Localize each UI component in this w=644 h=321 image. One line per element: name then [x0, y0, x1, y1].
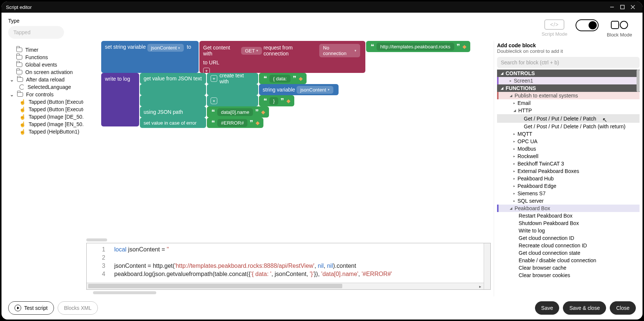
palette-item[interactable]: ▸MQTT [497, 130, 640, 138]
block-text-literal[interactable]: ❝ #ERROR# ❞ ◆ [207, 118, 263, 128]
tree-item[interactable]: ☝Tapped (Image [DE_50.p [16, 113, 83, 121]
palette-item[interactable]: ▸Peakboard Hub [497, 175, 640, 182]
hand-icon: ☝ [19, 129, 26, 134]
tree-item[interactable]: ☝Tapped (Button [Execute [16, 98, 83, 106]
block-string-variable[interactable]: string variable jsonContent▾ [259, 84, 339, 95]
text-input[interactable]: data[0].name [217, 108, 253, 116]
palette-item[interactable]: ▸OPC UA [497, 138, 640, 145]
save-close-button[interactable]: Save & close [563, 301, 606, 315]
tree-item[interactable]: ☝Tapped (Image [EN_50.p [16, 121, 83, 128]
palette-item-peakboard-box[interactable]: ◢Peakboard Box [497, 205, 640, 212]
folder-icon [16, 55, 22, 60]
tree-item[interactable]: ☝Tapped (Button [Execute [16, 106, 83, 113]
close-button[interactable]: Close [610, 301, 636, 315]
text-input[interactable]: { data: [269, 75, 291, 83]
palette-scrollbar[interactable] [637, 70, 640, 92]
block-mode-button[interactable]: Block Mode [607, 19, 632, 38]
block-json-path-label[interactable]: using JSON path [140, 106, 206, 118]
scrollbar-horizontal[interactable]: ◂ ▸ [87, 283, 484, 289]
tree-item-after-reload[interactable]: ⌄After data reload [10, 76, 83, 83]
palette-item-http-basic[interactable]: Get / Post / Put / Delete / Patch ↖ [497, 114, 640, 123]
block-text-literal[interactable]: ❝ } ❞ ◆ [259, 95, 294, 106]
block-create-text-body[interactable] [207, 84, 258, 95]
maximize-button[interactable] [617, 2, 628, 12]
block-text-literal[interactable]: ❝ { data: ❞ ◆ [259, 73, 307, 84]
refresh-icon [19, 84, 25, 90]
hand-icon: ☝ [19, 122, 26, 127]
tree-item[interactable]: ☝Tapped (HelpButton1) [16, 128, 83, 135]
url-input[interactable]: http://templates.peakboard.rocks [377, 43, 454, 51]
block-get-json-body[interactable] [140, 95, 206, 106]
palette-item[interactable]: Enable / disable cloud connection [497, 257, 640, 264]
blocks-xml-button[interactable]: Blocks XML [58, 301, 98, 315]
block-set-variable[interactable]: set string variable jsonContent▾ to [101, 41, 199, 73]
palette-item[interactable]: ▸Siemens S7 [497, 190, 640, 197]
add-row-button[interactable]: + [211, 75, 217, 82]
palette-item-publish[interactable]: ◢Publish to external systems [497, 92, 640, 99]
variable-dropdown[interactable]: jsonContent▾ [297, 86, 333, 94]
palette-item[interactable]: Clear browser cookies [497, 272, 640, 279]
block-text-literal[interactable]: ❝ data[0].name ❞ ◆ [207, 106, 269, 118]
palette-search[interactable]: Search for block (ctrl + b) [497, 57, 640, 68]
block-write-log[interactable]: write to log [101, 73, 139, 126]
text-input[interactable]: } [269, 97, 278, 105]
block-error-label[interactable]: set value in case of error [140, 118, 206, 128]
palette-item[interactable]: ▸Peakboard Edge [497, 182, 640, 190]
palette-section-controls[interactable]: ◢CONTROLS [497, 70, 640, 77]
method-dropdown[interactable]: GET▾ [241, 47, 262, 55]
variable-dropdown[interactable]: jsonContent▾ [147, 44, 184, 52]
type-input[interactable]: Tapped [8, 26, 64, 39]
block-canvas[interactable]: set string variable jsonContent▾ to Get … [86, 41, 494, 296]
block-get-json[interactable]: get value from JSON text [140, 73, 206, 84]
tree-item-for-controls[interactable]: ⌄For controls [10, 91, 83, 98]
text-input[interactable]: #ERROR# [217, 119, 247, 127]
tree-item[interactable]: On screen activation [16, 68, 83, 76]
block-url-literal[interactable]: ❝ http://templates.peakboard.rocks ❞ ◆ [366, 41, 470, 52]
scrollbar-vertical[interactable] [484, 243, 490, 289]
palette-item-screen1[interactable]: ▸Screen1 [497, 77, 640, 84]
palette-item[interactable]: Clear browser cache [497, 264, 640, 272]
palette-item[interactable]: Shutdown Peakboard Box [497, 219, 640, 227]
code-icon: </> [544, 19, 564, 30]
mode-toggle[interactable] [576, 19, 599, 31]
palette-item[interactable]: ▸Rockwell [497, 153, 640, 160]
palette-item[interactable]: ▸Beckhoff TwinCAT 3 [497, 160, 640, 167]
tree-item[interactable]: Functions [16, 54, 83, 61]
hand-icon: ☝ [19, 114, 26, 119]
connection-dropdown[interactable]: No connection▾ [319, 44, 360, 57]
quote-icon: ❝ [370, 42, 375, 51]
tree-item-selected-language[interactable]: SelectedLanguage [16, 83, 83, 91]
palette-item-http[interactable]: ◢HTTP [497, 107, 640, 114]
pane-resize-handle[interactable] [86, 238, 107, 241]
palette-item[interactable]: Write to log [497, 227, 640, 234]
tree-item[interactable]: Global events [16, 61, 83, 68]
block-create-text[interactable]: + create text with [207, 73, 258, 84]
folder-icon [17, 77, 23, 82]
type-label: Type [8, 18, 83, 24]
block-http-get[interactable]: Get content with GET▾ request from conne… [199, 41, 365, 73]
palette-item[interactable]: Recreate cloud connection ID [497, 242, 640, 249]
test-script-button[interactable]: Test script [8, 301, 54, 315]
close-window-button[interactable] [628, 2, 638, 12]
palette-item-http-return[interactable]: Get / Post / Put / Delete / Patch (with … [497, 123, 640, 130]
palette-item[interactable]: Restart Peakboard Box [497, 212, 640, 219]
tree-item[interactable]: Timer [16, 46, 83, 54]
save-button[interactable]: Save [535, 301, 560, 315]
palette-item[interactable]: ▸Modbus [497, 145, 640, 153]
svg-rect-1 [621, 5, 624, 9]
palette-item[interactable]: ▸External Peakboard Boxes [497, 167, 640, 175]
palette-item[interactable]: ▸Email [497, 99, 640, 107]
palette-item[interactable]: Get cloud connection ID [497, 234, 640, 242]
block-get-json-body[interactable] [140, 84, 206, 95]
outer-h-scroll[interactable] [86, 291, 494, 296]
code-preview[interactable]: 1234 local jsonContent = '' jsonContent … [86, 243, 491, 290]
folder-icon [16, 48, 22, 52]
block-create-text-body[interactable]: × [207, 95, 258, 106]
remove-row-button[interactable]: × [211, 97, 217, 104]
script-mode-button[interactable]: </> Script Mode [542, 19, 567, 37]
minimize-button[interactable] [607, 2, 617, 12]
palette-section-functions[interactable]: ◢FUNCTIONS [497, 84, 640, 92]
event-tree: Timer Functions Global events On screen … [1, 41, 86, 296]
palette-item[interactable]: Get cloud connection state [497, 249, 640, 257]
palette-item[interactable]: ▸SQL server [497, 197, 640, 205]
